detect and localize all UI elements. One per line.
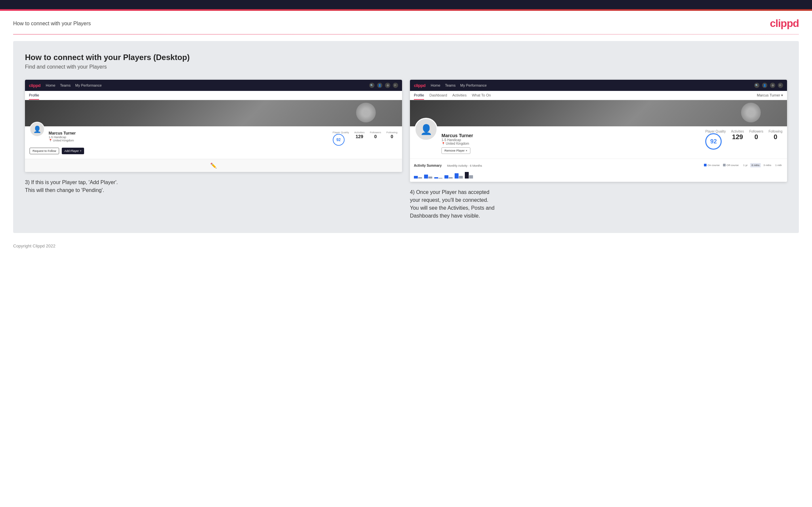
stat-followers-left: Followers 0 bbox=[370, 131, 381, 139]
pen-icon-area-left: ✏️ bbox=[25, 159, 402, 172]
nav-home-left[interactable]: Home bbox=[46, 83, 55, 87]
profile-name-left: Marcus Turner bbox=[49, 131, 75, 135]
profile-left-left: 👤 Marcus Turner 1-5 Handicap 📍 United Ki… bbox=[30, 130, 75, 142]
mock-app-left: clippd Home Teams My Performance 🔍 👤 ⚙ 🏳 bbox=[25, 80, 402, 172]
quality-value-left: 92 bbox=[336, 137, 341, 142]
remove-player-label: Remove Player bbox=[445, 149, 465, 152]
profile-location-left: 📍 United Kingdom bbox=[49, 139, 75, 142]
profile-buttons-left: Request to Follow Add Player + bbox=[30, 148, 398, 154]
tab-profile-right[interactable]: Profile bbox=[414, 91, 424, 100]
nav-performance-left[interactable]: My Performance bbox=[75, 83, 102, 87]
chart-bar-on-2 bbox=[424, 175, 428, 178]
avatar-icon-right: 👤 bbox=[420, 124, 432, 135]
profile-handicap-left: 1-5 Handicap bbox=[49, 135, 75, 139]
search-icon-right[interactable]: 🔍 bbox=[754, 83, 759, 88]
chart-bar-off-2 bbox=[428, 177, 432, 178]
off-course-dot bbox=[723, 164, 726, 166]
mock-app-right: clippd Home Teams My Performance 🔍 👤 ⚙ 🏳 bbox=[410, 80, 787, 182]
user-selector-label: Marcus Turner ▾ bbox=[757, 93, 783, 98]
caption-right: 4) Once your Player has acceptedyour req… bbox=[410, 188, 787, 220]
clippd-logo: clippd bbox=[770, 17, 799, 30]
screenshot-col-right: clippd Home Teams My Performance 🔍 👤 ⚙ 🏳 bbox=[410, 80, 787, 220]
followers-label-left: Followers bbox=[370, 131, 381, 134]
stat-following-right: Following 0 bbox=[769, 130, 782, 141]
app-navbar-right: clippd Home Teams My Performance 🔍 👤 ⚙ 🏳 bbox=[410, 80, 787, 91]
avatar-right: 👤 bbox=[414, 118, 438, 141]
remove-player-x-icon: × bbox=[466, 149, 467, 152]
chart-bar-off-6 bbox=[469, 175, 473, 178]
filter-1mth[interactable]: 1 mth bbox=[774, 163, 783, 167]
chart-group-3 bbox=[434, 177, 443, 178]
stat-activities-left: Activities 129 bbox=[354, 131, 365, 139]
activity-summary-title: Activity Summary bbox=[414, 164, 442, 167]
followers-value-right: 0 bbox=[749, 133, 763, 141]
location-text-right: United Kingdom bbox=[446, 142, 469, 146]
nav-teams-right[interactable]: Teams bbox=[445, 83, 456, 87]
nav-performance-right[interactable]: My Performance bbox=[460, 83, 487, 87]
profile-stats-right-left: Player Quality 92 Activities 129 Followe bbox=[333, 131, 398, 146]
following-label-left: Following bbox=[386, 131, 398, 134]
tab-profile-left[interactable]: Profile bbox=[29, 91, 39, 100]
profile-name-right: Marcus Turner bbox=[442, 133, 473, 138]
flag-icon-right[interactable]: 🏳 bbox=[778, 83, 783, 88]
app-logo-left: clippd bbox=[29, 83, 40, 88]
tab-bar-right: Profile Dashboard Activities What To On … bbox=[410, 91, 787, 100]
chart-group-6 bbox=[465, 172, 473, 178]
settings-icon-left[interactable]: ⚙ bbox=[385, 83, 390, 88]
screenshots-row: clippd Home Teams My Performance 🔍 👤 ⚙ 🏳 bbox=[25, 80, 787, 220]
flag-icon-left[interactable]: 🏳 bbox=[393, 83, 398, 88]
header-divider bbox=[13, 34, 799, 35]
following-value-left: 0 bbox=[386, 134, 398, 139]
user-icon-right[interactable]: 👤 bbox=[762, 83, 767, 88]
screenshot-col-left: clippd Home Teams My Performance 🔍 👤 ⚙ 🏳 bbox=[25, 80, 402, 220]
filter-1yr[interactable]: 1 yr bbox=[742, 163, 749, 167]
chart-bar-on-5 bbox=[455, 173, 459, 178]
chart-bar-off-4 bbox=[449, 177, 453, 178]
search-icon-left[interactable]: 🔍 bbox=[369, 83, 374, 88]
activities-label-left: Activities bbox=[354, 131, 365, 134]
caption-right-text: 4) Once your Player has acceptedyour req… bbox=[410, 189, 494, 219]
user-selector-right[interactable]: Marcus Turner ▾ bbox=[757, 91, 783, 100]
app-nav-items-right: Home Teams My Performance bbox=[430, 83, 749, 87]
tab-dashboard-right[interactable]: Dashboard bbox=[429, 91, 447, 100]
page-title: How to connect with your Players bbox=[13, 21, 91, 26]
stat-quality-right: Player Quality 92 bbox=[705, 130, 726, 150]
nav-teams-left[interactable]: Teams bbox=[60, 83, 70, 87]
nav-home-right[interactable]: Home bbox=[430, 83, 440, 87]
user-icon-left[interactable]: 👤 bbox=[377, 83, 383, 88]
avatar-icon-left: 👤 bbox=[33, 125, 41, 133]
profile-left-right: 👤 Marcus Turner 1-5 Handicap 📍 United Ki… bbox=[414, 130, 473, 154]
content-subheading: Find and connect with your Players bbox=[25, 64, 787, 70]
filter-3mths[interactable]: 3 mths bbox=[762, 163, 773, 167]
settings-icon-right[interactable]: ⚙ bbox=[770, 83, 775, 88]
following-value-right: 0 bbox=[769, 133, 782, 141]
main-content: How to connect with your Players (Deskto… bbox=[13, 41, 799, 233]
activity-legend: On course Off course bbox=[704, 164, 739, 167]
add-player-button[interactable]: Add Player + bbox=[62, 148, 84, 154]
app-navbar-left: clippd Home Teams My Performance 🔍 👤 ⚙ 🏳 bbox=[25, 80, 402, 91]
chart-bar-on-4 bbox=[445, 175, 448, 178]
legend-on-course: On course bbox=[704, 164, 720, 167]
location-pin-icon-right: 📍 bbox=[442, 142, 445, 146]
profile-main-row-right: 👤 Marcus Turner 1-5 Handicap 📍 United Ki… bbox=[414, 130, 782, 154]
activities-value-left: 129 bbox=[354, 134, 365, 139]
filter-6mths[interactable]: 6 mths bbox=[750, 163, 761, 167]
golf-banner-right bbox=[410, 100, 787, 126]
location-text-left: United Kingdom bbox=[53, 139, 74, 142]
tab-what-to-on-right[interactable]: What To On bbox=[472, 91, 491, 100]
on-course-dot bbox=[704, 164, 707, 166]
caption-left-text: 3) If this is your Player tap, 'Add Play… bbox=[25, 179, 118, 193]
stat-followers-right: Followers 0 bbox=[749, 130, 763, 141]
avatar-left: 👤 bbox=[30, 122, 45, 137]
chart-bar-off-1 bbox=[418, 177, 422, 178]
request-follow-button[interactable]: Request to Follow bbox=[30, 148, 59, 154]
quality-value-right: 92 bbox=[710, 138, 717, 145]
tab-activities-right[interactable]: Activities bbox=[452, 91, 466, 100]
remove-player-button[interactable]: Remove Player × bbox=[442, 147, 470, 154]
caption-left: 3) If this is your Player tap, 'Add Play… bbox=[25, 178, 402, 194]
profile-info-left: 👤 Marcus Turner 1-5 Handicap 📍 United Ki… bbox=[25, 126, 402, 159]
activity-summary-header: Activity Summary Monthly Activity · 6 Mo… bbox=[414, 162, 783, 168]
activities-value-right: 129 bbox=[731, 133, 744, 141]
activity-subtitle: Monthly Activity · 6 Months bbox=[447, 164, 482, 167]
app-nav-items-left: Home Teams My Performance bbox=[46, 83, 364, 87]
